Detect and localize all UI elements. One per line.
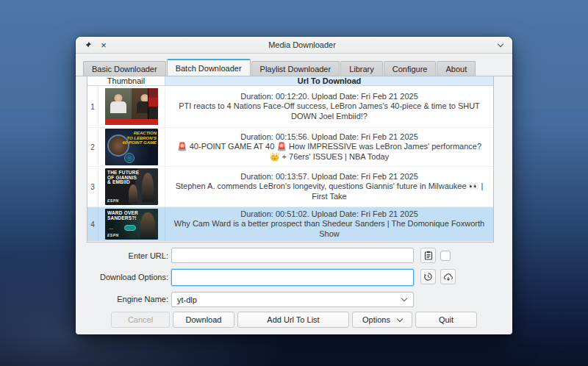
chevron-down-icon — [397, 315, 403, 321]
url-input[interactable] — [171, 248, 414, 263]
cancel-button[interactable]: Cancel — [111, 312, 170, 328]
paste-clipboard-button[interactable] — [420, 248, 436, 263]
download-button[interactable]: Download — [173, 312, 234, 328]
quit-button[interactable]: Quit — [415, 312, 477, 328]
row-number: 2 — [87, 128, 98, 166]
video-thumbnail: THE FUTURE OF GIANNIS & EMBIID ESPN — [105, 168, 158, 205]
download-list-table: Thumbnail Url To Download 1 Duration: 00… — [87, 76, 494, 243]
video-meta: Duration: 00:12:20. Upload Date: Fri Feb… — [240, 92, 418, 102]
chevron-down-icon — [401, 295, 407, 301]
video-title: Why Cam Ward is a better prospect than S… — [171, 219, 487, 239]
titlebar[interactable]: × Media Downloader — [76, 37, 512, 54]
shade-chevron-icon[interactable] — [495, 40, 506, 50]
tab-basic-downloader[interactable]: Basic Downloader — [83, 61, 166, 76]
download-options-input[interactable] — [171, 269, 414, 286]
options-button[interactable]: Options — [352, 312, 412, 328]
video-thumbnail: WARD OVER SANDERS?! ~~ ESPN — [105, 209, 158, 240]
tab-batch-downloader[interactable]: Batch Downloader — [167, 59, 251, 76]
row-number: 3 — [87, 167, 98, 207]
add-url-to-list-button[interactable]: Add Url To List — [237, 312, 349, 328]
table-row[interactable]: 1 Duration: 00:12:20. Upload Date: Fri F… — [87, 86, 493, 128]
tab-configure[interactable]: Configure — [384, 61, 437, 76]
table-row[interactable]: 2 REACTION TO LEBRON'S 40-POINT GAME Dur… — [87, 128, 493, 167]
monitor-clipboard-checkbox[interactable] — [440, 251, 451, 261]
table-header-row: Thumbnail Url To Download — [87, 76, 493, 86]
cloud-download-button[interactable] — [440, 269, 456, 284]
row-number: 4 — [87, 207, 98, 241]
video-title: 🚨 40-POINT GAME AT 40 🚨 How IMPRESSIVE w… — [171, 142, 487, 162]
engine-name-label: Engine Name: — [82, 295, 168, 304]
tab-library[interactable]: Library — [340, 61, 383, 76]
close-icon[interactable]: × — [98, 40, 109, 50]
column-header-url: Url To Download — [165, 76, 493, 85]
tab-about[interactable]: About — [437, 61, 476, 76]
row-number: 1 — [87, 86, 98, 127]
video-title: Stephen A. commends LeBron's longevity, … — [171, 182, 487, 201]
media-downloader-window: × Media Downloader Basic Downloader Batc… — [76, 37, 512, 334]
enter-url-label: Enter URL: — [82, 251, 168, 260]
column-header-thumbnail: Thumbnail — [87, 76, 165, 85]
espn-logo: ESPN — [107, 233, 119, 237]
video-meta: Duration: 00:13:57. Upload Date: Fri Feb… — [240, 172, 418, 182]
pin-icon[interactable] — [82, 40, 93, 50]
window-title: Media Downloader — [109, 40, 495, 49]
video-meta: Duration: 00:51:02. Upload Date: Fri Feb… — [240, 209, 418, 220]
history-button[interactable] — [420, 269, 436, 284]
tab-bar: Basic Downloader Batch Downloader Playli… — [83, 59, 476, 76]
download-options-label: Download Options: — [82, 273, 168, 281]
video-thumbnail: REACTION TO LEBRON'S 40-POINT GAME — [105, 129, 158, 165]
table-row[interactable]: 3 THE FUTURE OF GIANNIS & EMBIID ESPN Du… — [87, 167, 493, 207]
desktop-background: × Media Downloader Basic Downloader Batc… — [0, 0, 588, 366]
espn-logo: ESPN — [107, 198, 119, 203]
video-meta: Duration: 00:15:56. Upload Date: Fri Feb… — [240, 132, 418, 143]
table-row-selected[interactable]: 4 WARD OVER SANDERS?! ~~ ESPN Duratio — [87, 207, 493, 242]
engine-selected-value: yt-dlp — [177, 295, 197, 304]
tab-playlist-downloader[interactable]: Playlist Downloader — [251, 61, 340, 76]
video-title: PTI reacts to 4 Nations Face-Off success… — [171, 101, 487, 121]
video-thumbnail — [105, 88, 158, 125]
engine-select[interactable]: yt-dlp — [171, 292, 414, 307]
